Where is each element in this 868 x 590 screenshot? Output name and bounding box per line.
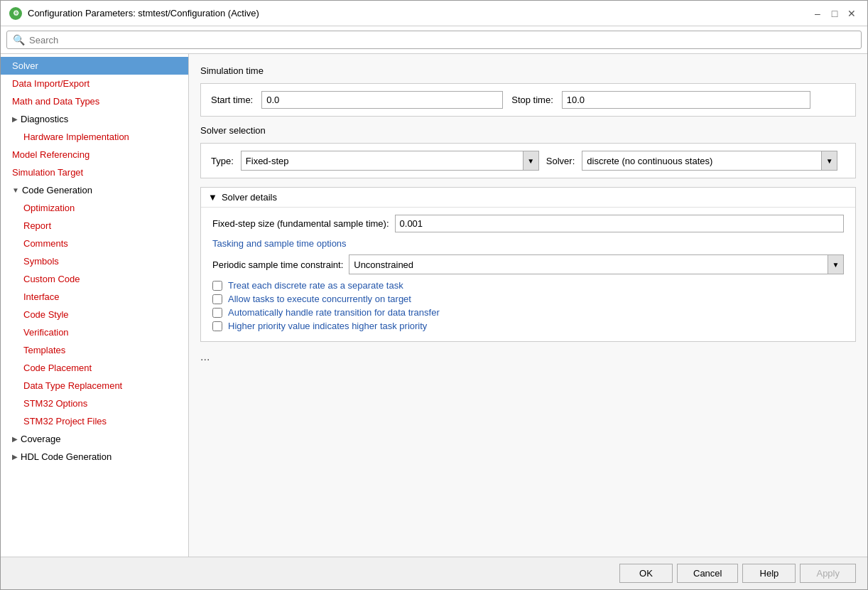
sidebar-label: HDL Code Generation xyxy=(21,451,112,462)
sidebar-item-interface[interactable]: Interface xyxy=(1,288,188,306)
sidebar-label: Code Style xyxy=(23,309,69,320)
solver-details-section: ▼ Solver details Fixed-step size (fundam… xyxy=(200,187,856,342)
cancel-button[interactable]: Cancel xyxy=(677,564,738,583)
tasking-section: Tasking and sample time options Periodic… xyxy=(212,238,844,331)
sidebar-label: Templates xyxy=(23,345,65,355)
solver-details-content: Fixed-step size (fundamental sample time… xyxy=(201,207,855,341)
sidebar-item-data-type-replacement[interactable]: Data Type Replacement xyxy=(1,377,188,395)
help-button[interactable]: Help xyxy=(742,564,796,583)
solver-dropdown-button[interactable]: ▼ xyxy=(821,151,837,170)
simulation-time-title: Simulation time xyxy=(200,65,856,76)
auto-handle-label: Automatically handle rate transition for… xyxy=(228,307,440,318)
sidebar-label: Model Referencing xyxy=(12,149,89,160)
auto-handle-checkbox[interactable] xyxy=(212,308,222,318)
search-input[interactable] xyxy=(29,35,855,45)
sidebar-item-report[interactable]: Report xyxy=(1,217,188,235)
content-panel: Simulation time Start time: Stop time: S… xyxy=(189,54,867,557)
sidebar-label: Interface xyxy=(23,291,60,302)
expand-arrow-icon: ▶ xyxy=(12,453,18,461)
sidebar-item-comments[interactable]: Comments xyxy=(1,235,188,252)
title-bar-left: ⚙ Configuration Parameters: stmtest/Conf… xyxy=(9,7,259,20)
sidebar-item-simulation-target[interactable]: Simulation Target xyxy=(1,163,188,181)
fixed-step-row: Fixed-step size (fundamental sample time… xyxy=(212,215,844,232)
sidebar-item-stm32-project-files[interactable]: STM32 Project Files xyxy=(1,412,188,430)
sidebar-item-stm32-options[interactable]: STM32 Options xyxy=(1,395,188,412)
sidebar-label: Optimization xyxy=(23,203,75,213)
fixed-step-label: Fixed-step size (fundamental sample time… xyxy=(212,218,389,229)
solver-details-header[interactable]: ▼ Solver details xyxy=(201,188,855,207)
solver-selection-title: Solver selection xyxy=(200,125,856,136)
sidebar-label: Code Generation xyxy=(22,185,92,195)
stop-time-label: Stop time: xyxy=(511,95,553,105)
bottom-bar: OK Cancel Help Apply xyxy=(1,557,867,589)
sidebar-item-model-referencing[interactable]: Model Referencing xyxy=(1,146,188,163)
sidebar-label: Solver xyxy=(12,60,38,71)
main-content: Solver Data Import/Export Math and Data … xyxy=(1,54,867,557)
sidebar-item-code-placement[interactable]: Code Placement xyxy=(1,359,188,377)
checkbox-row-treat-each: Treat each discrete rate as a separate t… xyxy=(212,280,844,291)
maximize-button[interactable]: □ xyxy=(828,6,842,21)
sidebar-item-math-and-data-types[interactable]: Math and Data Types xyxy=(1,92,188,110)
expand-arrow-icon: ▶ xyxy=(12,115,18,123)
close-button[interactable]: ✕ xyxy=(845,6,859,21)
solver-select-wrapper: ▼ xyxy=(582,151,837,171)
sidebar-label: Verification xyxy=(23,327,69,338)
sidebar-item-templates[interactable]: Templates xyxy=(1,341,188,359)
apply-button[interactable]: Apply xyxy=(800,564,856,583)
window-controls: – □ ✕ xyxy=(810,6,859,21)
stop-time-input[interactable] xyxy=(562,91,810,109)
solver-details-arrow-icon: ▼ xyxy=(208,192,217,203)
checkbox-row-allow-tasks: Allow tasks to execute concurrently on t… xyxy=(212,294,844,304)
checkbox-row-auto-handle: Automatically handle rate transition for… xyxy=(212,307,844,318)
sidebar-item-optimization[interactable]: Optimization xyxy=(1,199,188,217)
type-label: Type: xyxy=(211,156,234,166)
sidebar-item-custom-code[interactable]: Custom Code xyxy=(1,270,188,288)
sidebar-item-code-style[interactable]: Code Style xyxy=(1,306,188,323)
sidebar-label: Report xyxy=(23,220,51,231)
sidebar-item-diagnostics[interactable]: ▶ Diagnostics xyxy=(1,110,188,128)
type-select-input[interactable] xyxy=(242,153,523,169)
type-dropdown-button[interactable]: ▼ xyxy=(523,151,538,170)
start-time-input[interactable] xyxy=(261,91,503,109)
periodic-select-input[interactable] xyxy=(349,257,828,273)
periodic-select-wrapper: ▼ xyxy=(349,254,844,274)
fixed-step-input[interactable] xyxy=(395,215,844,232)
higher-priority-checkbox[interactable] xyxy=(212,321,222,331)
section-row: ▶ HDL Code Generation xyxy=(12,451,177,462)
solver-details-title: Solver details xyxy=(222,192,277,203)
sidebar-label: Hardware Implementation xyxy=(23,132,129,142)
start-time-label: Start time: xyxy=(211,95,253,105)
periodic-label: Periodic sample time constraint: xyxy=(212,259,343,270)
periodic-dropdown-button[interactable]: ▼ xyxy=(828,255,843,274)
sidebar-label: Simulation Target xyxy=(12,167,83,178)
allow-tasks-label: Allow tasks to execute concurrently on t… xyxy=(228,294,411,304)
sidebar-label: Data Import/Export xyxy=(12,78,89,89)
main-window: ⚙ Configuration Parameters: stmtest/Conf… xyxy=(0,0,868,590)
sidebar-item-code-generation[interactable]: ▼ Code Generation xyxy=(1,181,188,199)
title-bar: ⚙ Configuration Parameters: stmtest/Conf… xyxy=(1,1,867,26)
sidebar-item-data-import-export[interactable]: Data Import/Export xyxy=(1,75,188,92)
sidebar-label: Comments xyxy=(23,238,68,249)
sidebar-item-verification[interactable]: Verification xyxy=(1,323,188,341)
search-wrapper: 🔍 xyxy=(6,31,862,49)
treat-each-checkbox[interactable] xyxy=(212,281,222,291)
app-icon: ⚙ xyxy=(9,7,22,20)
sidebar-item-hardware-implementation[interactable]: Hardware Implementation xyxy=(1,128,188,146)
sidebar-item-symbols[interactable]: Symbols xyxy=(1,252,188,270)
window-title: Configuration Parameters: stmtest/Config… xyxy=(28,8,259,18)
solver-select-input[interactable] xyxy=(582,153,821,169)
simulation-time-inputs: Start time: Stop time: xyxy=(211,91,845,109)
allow-tasks-checkbox[interactable] xyxy=(212,294,222,304)
sidebar-label: Data Type Replacement xyxy=(23,380,122,391)
sidebar-item-hdl-code-generation[interactable]: ▶ HDL Code Generation xyxy=(1,448,188,466)
minimize-button[interactable]: – xyxy=(810,6,825,21)
sidebar-item-solver[interactable]: Solver xyxy=(1,57,188,75)
expand-arrow-icon: ▶ xyxy=(12,435,18,443)
sidebar-label: STM32 Options xyxy=(23,398,87,409)
sidebar-label: Coverage xyxy=(21,434,60,444)
solver-label: Solver: xyxy=(546,156,575,166)
ok-button[interactable]: OK xyxy=(619,564,673,583)
sidebar-item-coverage[interactable]: ▶ Coverage xyxy=(1,430,188,448)
expand-arrow-icon: ▼ xyxy=(12,186,19,194)
treat-each-label: Treat each discrete rate as a separate t… xyxy=(228,280,403,291)
